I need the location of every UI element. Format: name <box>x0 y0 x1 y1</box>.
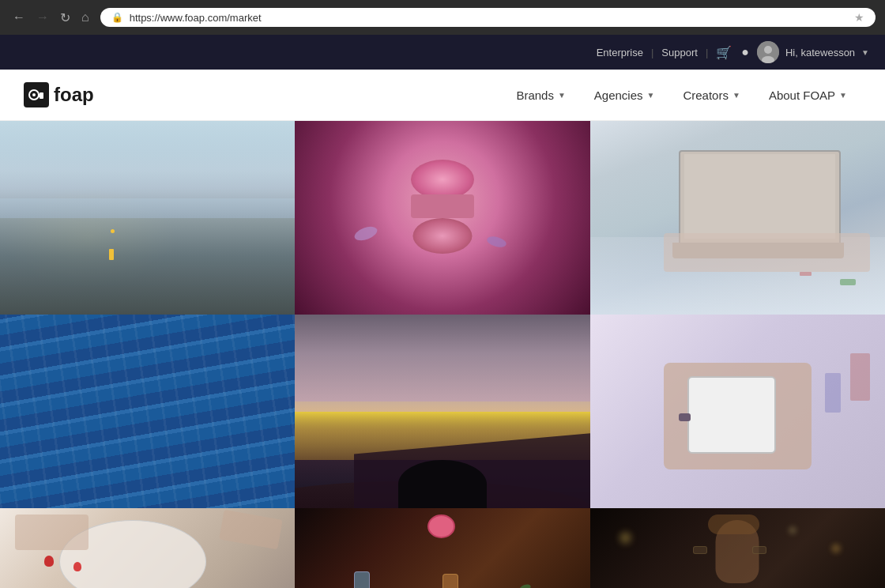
support-link[interactable]: Support <box>653 47 706 58</box>
svg-point-1 <box>764 46 772 54</box>
nav-agencies-label: Agencies <box>594 89 643 102</box>
photo-cell-3[interactable] <box>590 121 885 315</box>
cart-icon[interactable]: 🛒 <box>716 45 732 60</box>
nav-brands-label: Brands <box>516 89 554 102</box>
svg-rect-6 <box>38 94 40 97</box>
logo-icon <box>24 82 49 107</box>
user-greeting: Hi, katewesson <box>785 47 855 58</box>
back-button[interactable]: ← <box>9 9 28 26</box>
logo-text: foap <box>54 84 94 106</box>
creators-chevron: ▼ <box>732 91 740 100</box>
avatar <box>757 41 779 63</box>
logo[interactable]: foap <box>24 82 94 107</box>
photo-cell-7[interactable] <box>0 508 295 588</box>
nav-creators[interactable]: Creators ▼ <box>668 70 754 121</box>
photo-cell-8[interactable] <box>295 508 589 588</box>
photo-cell-1[interactable] <box>0 121 295 315</box>
browser-nav-buttons: ← → ↻ ⌂ <box>9 9 92 27</box>
image-grid <box>0 121 885 588</box>
svg-rect-5 <box>40 92 43 99</box>
nav-about-label: About FOAP <box>769 89 835 102</box>
user-info: Hi, katewesson ▼ <box>749 41 869 63</box>
photo-cell-2[interactable] <box>295 121 589 315</box>
url-text: https://www.foap.com/market <box>130 12 848 24</box>
utility-icons: 🛒 ● <box>708 45 749 60</box>
bookmark-icon[interactable]: ★ <box>854 11 864 24</box>
nav-agencies[interactable]: Agencies ▼ <box>580 70 669 121</box>
browser-chrome: ← → ↻ ⌂ 🔒 https://www.foap.com/market ★ <box>0 0 885 35</box>
agencies-chevron: ▼ <box>647 91 655 100</box>
reload-button[interactable]: ↻ <box>57 9 73 27</box>
about-chevron: ▼ <box>839 91 847 100</box>
photo-cell-6[interactable] <box>590 315 885 508</box>
photo-cell-9[interactable] <box>590 508 885 588</box>
home-button[interactable]: ⌂ <box>78 9 92 26</box>
lock-icon: 🔒 <box>111 12 123 23</box>
photo-cell-5[interactable] <box>295 315 589 508</box>
svg-point-4 <box>32 93 36 96</box>
user-dropdown-arrow[interactable]: ▼ <box>861 48 869 57</box>
location-icon[interactable]: ● <box>741 45 749 59</box>
nav-brands[interactable]: Brands ▼ <box>502 70 579 121</box>
main-nav: foap Brands ▼ Agencies ▼ Creators ▼ Abou… <box>0 70 885 121</box>
forward-button[interactable]: → <box>33 9 52 26</box>
nav-creators-label: Creators <box>683 89 729 102</box>
photo-cell-4[interactable] <box>0 315 295 508</box>
nav-about[interactable]: About FOAP ▼ <box>755 70 861 121</box>
brands-chevron: ▼ <box>558 91 566 100</box>
address-bar[interactable]: 🔒 https://www.foap.com/market ★ <box>100 8 876 27</box>
utility-bar: Enterprise | Support | 🛒 ● Hi, katewesso… <box>0 35 885 70</box>
nav-menu: Brands ▼ Agencies ▼ Creators ▼ About FOA… <box>502 70 861 121</box>
enterprise-link[interactable]: Enterprise <box>589 47 651 58</box>
